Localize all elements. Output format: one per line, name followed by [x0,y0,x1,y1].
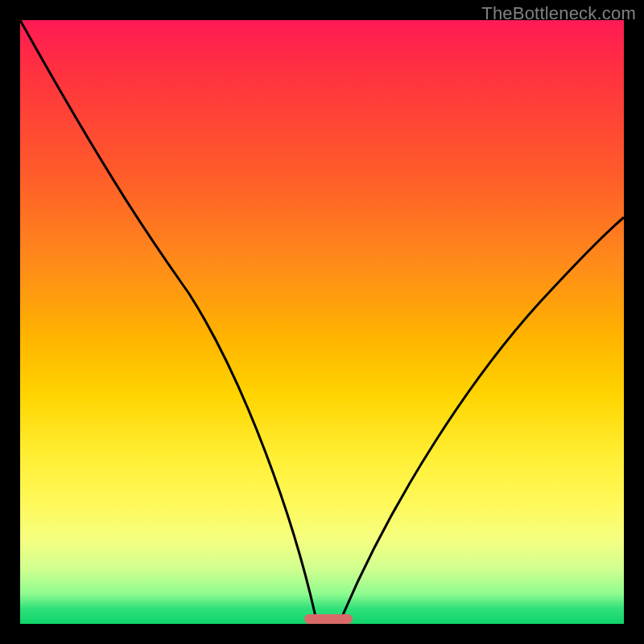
chart-plot-area [20,20,624,624]
curve-right-branch [342,217,624,617]
optimum-marker [304,614,353,624]
curve-left-branch [20,20,316,617]
chart-stage: TheBottleneck.com [0,0,644,644]
bottleneck-curve [20,20,624,624]
watermark-text: TheBottleneck.com [481,3,636,24]
